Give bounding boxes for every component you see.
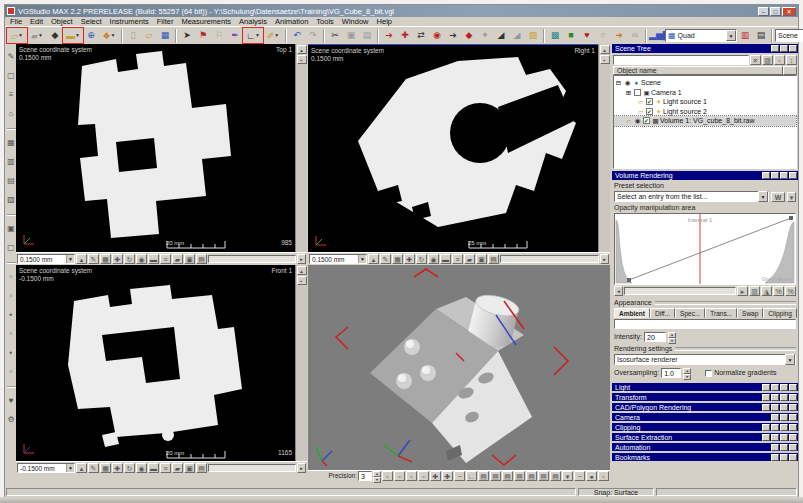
registration-point-icon[interactable]: ◆ [461, 28, 477, 43]
color-gradient-strip[interactable] [614, 319, 796, 329]
close-button[interactable]: ✕ [782, 7, 796, 16]
panel-close-icon[interactable] [789, 424, 797, 431]
panel-minimize-icon[interactable] [771, 424, 779, 431]
dice-icon[interactable]: ❖▼ [99, 28, 119, 43]
menu-measurements[interactable]: Measurements [178, 17, 234, 26]
tab-swap[interactable]: Swap [737, 308, 763, 318]
select-b-icon[interactable]: ▢ [6, 243, 17, 254]
panel-minimize-icon[interactable] [771, 454, 779, 461]
last-icon[interactable]: ▫ [598, 471, 609, 481]
registration-arrow-icon[interactable]: ➔ [445, 28, 461, 43]
scroll-up-icon[interactable]: ▴ [297, 266, 307, 275]
panel-minimize-icon[interactable] [771, 394, 779, 401]
histogram-chart-icon[interactable]: ▂▅▇ [649, 28, 665, 43]
measure-icon[interactable]: ▬ [440, 254, 451, 264]
cursor-icon[interactable]: ➤ [179, 28, 195, 43]
oversampling-value[interactable]: 1.0 [661, 368, 681, 378]
viewport-front-canvas[interactable]: Scene coordinate system -0.1500 mm Front… [16, 265, 295, 461]
panel-float-icon[interactable] [780, 404, 788, 411]
visibility-checkbox[interactable]: ✔ [643, 117, 650, 124]
table-view-icon[interactable]: ▥ [737, 28, 753, 43]
minus-icon[interactable]: − [454, 471, 465, 481]
grid-b-icon[interactable]: ▥ [6, 157, 17, 168]
view-preset-7-icon[interactable]: ▤ [550, 471, 561, 481]
slice-scrollbar[interactable]: ▴ ▪ [295, 265, 307, 461]
window-icon[interactable]: ▣ [184, 463, 195, 473]
record-icon[interactable]: ● [586, 471, 597, 481]
tool-3-icon[interactable]: ▪ [6, 310, 17, 321]
panel-float-icon[interactable] [780, 414, 788, 421]
rotate-icon[interactable]: ↻ [124, 254, 135, 264]
rotate-icon[interactable]: ↻ [124, 463, 135, 473]
favorite-icon[interactable]: ♥ [6, 396, 17, 407]
scene-select[interactable]: Scene ▼ [775, 29, 803, 42]
scroll-thumb[interactable]: ▪ [600, 55, 610, 64]
tree-option-3-icon[interactable]: ↕ [786, 55, 797, 65]
slice-scrollbar[interactable]: ▴ ▪ [598, 44, 610, 252]
grid-icon[interactable]: ▦ [392, 254, 403, 264]
filter-clear-icon[interactable]: ✕ [750, 55, 761, 65]
window-icon[interactable]: ▣ [184, 254, 195, 264]
corner-icon[interactable]: ∟ [466, 471, 477, 481]
panel-minimize-icon[interactable] [771, 404, 779, 411]
roi-rectangle-icon[interactable]: ▢ [6, 71, 17, 82]
slice-scrollbar[interactable]: ▴ ▪ [295, 44, 307, 252]
tree-option-1-icon[interactable]: ▨ [762, 55, 773, 65]
draw-icon[interactable]: ✎ [380, 254, 391, 264]
roi-layers-icon[interactable]: ≡ [6, 90, 17, 101]
panel-surface-extraction[interactable]: Surface Extraction [612, 433, 798, 441]
view-dropdown-icon[interactable]: ▾ [562, 471, 573, 481]
gradient-icon[interactable]: ◢ [493, 28, 509, 43]
panel-pin-icon[interactable] [762, 384, 770, 391]
panel-light[interactable]: Light [612, 383, 798, 391]
tab-transparency[interactable]: Trans... [705, 308, 737, 318]
minus-2-icon[interactable]: − [574, 471, 585, 481]
panel-float-icon[interactable] [780, 454, 788, 461]
rotate-icon[interactable]: ↻ [416, 254, 427, 264]
panel-close-icon[interactable] [789, 404, 797, 411]
draw-tool-icon[interactable]: ✎ [6, 52, 17, 63]
expander-icon[interactable]: ⊟ [614, 78, 623, 87]
view-preset-1-icon[interactable]: ▤ [478, 471, 489, 481]
heart-icon[interactable]: ♥ [579, 28, 595, 43]
panel-float-icon[interactable] [780, 424, 788, 431]
slider-right-icon[interactable]: ▸ [297, 254, 306, 264]
tree-item-scene[interactable]: ⊟ ◉ ● Scene [614, 78, 796, 88]
paste-icon[interactable]: ▤ [359, 28, 375, 43]
panel-minimize-icon[interactable] [771, 414, 779, 421]
menu-object[interactable]: Object [48, 17, 76, 26]
menu-help[interactable]: Help [374, 17, 395, 26]
panel-close-icon[interactable] [789, 394, 797, 401]
viewport-right-canvas[interactable]: Scene coordinate system 0.1500 mm Right … [308, 44, 598, 252]
tool-5-icon[interactable]: ▪ [6, 348, 17, 359]
menu-animation[interactable]: Animation [272, 17, 311, 26]
renderer-select[interactable]: Isosurface renderer ▼ [614, 354, 796, 365]
render-4-icon[interactable]: ▫ [418, 471, 429, 481]
slice-value-combo[interactable]: 0.1500 mm▼ [17, 254, 75, 264]
pin-icon[interactable]: ✒ [227, 28, 243, 43]
navigate-icon[interactable]: ◆ [47, 28, 63, 43]
eraser-icon[interactable]: ✐▼ [263, 28, 283, 43]
ruler-icon[interactable]: ▬▼ [63, 28, 83, 43]
panel-float-icon[interactable] [780, 172, 788, 179]
coordinate-icon[interactable]: ∟▼ [243, 28, 263, 43]
view-preset-4-icon[interactable]: ▤ [514, 471, 525, 481]
registration-swap-icon[interactable]: ⇄ [413, 28, 429, 43]
viewport-top-canvas[interactable]: Scene coordinate system 0.1500 mm Top 1 … [16, 44, 295, 252]
copy-icon[interactable]: ▣ [343, 28, 359, 43]
visibility-checkbox[interactable] [634, 89, 641, 96]
circle-icon[interactable]: ○ [595, 28, 611, 43]
info-icon[interactable]: ≡ [160, 254, 171, 264]
render-1-icon[interactable]: ▫ [382, 471, 393, 481]
tool-2-icon[interactable]: ▫ [6, 291, 17, 302]
slice-slider[interactable] [208, 255, 296, 263]
hist-scroll-left-icon[interactable]: ◂ [614, 286, 623, 296]
preset-save-button[interactable]: W [771, 192, 785, 202]
clip-icon[interactable]: ▤ [196, 254, 207, 264]
panel-float-icon[interactable] [780, 394, 788, 401]
tab-clipping[interactable]: Clipping [763, 308, 797, 318]
grid-icon[interactable]: ▦ [100, 254, 111, 264]
menu-filter[interactable]: Filter [154, 17, 177, 26]
panel-float-icon[interactable] [780, 444, 788, 451]
draw-icon[interactable]: ✎ [88, 254, 99, 264]
